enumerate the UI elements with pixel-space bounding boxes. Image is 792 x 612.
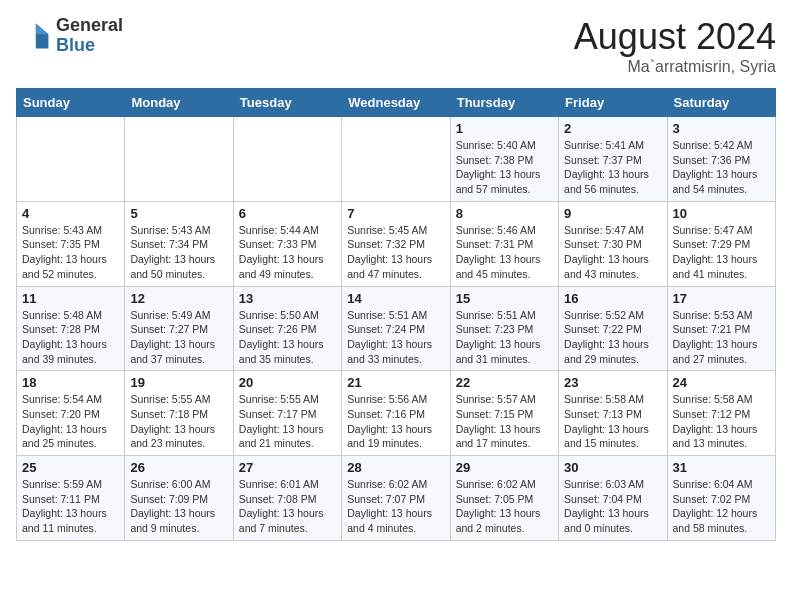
calendar-cell: 28Sunrise: 6:02 AMSunset: 7:07 PMDayligh… bbox=[342, 456, 450, 541]
day-detail: Sunrise: 5:45 AMSunset: 7:32 PMDaylight:… bbox=[347, 223, 444, 282]
calendar-cell bbox=[17, 117, 125, 202]
day-detail: Sunrise: 5:55 AMSunset: 7:18 PMDaylight:… bbox=[130, 392, 227, 451]
calendar-cell bbox=[125, 117, 233, 202]
day-number: 1 bbox=[456, 121, 553, 136]
day-detail: Sunrise: 5:50 AMSunset: 7:26 PMDaylight:… bbox=[239, 308, 336, 367]
day-detail: Sunrise: 5:49 AMSunset: 7:27 PMDaylight:… bbox=[130, 308, 227, 367]
day-number: 19 bbox=[130, 375, 227, 390]
day-number: 25 bbox=[22, 460, 119, 475]
day-number: 28 bbox=[347, 460, 444, 475]
day-number: 4 bbox=[22, 206, 119, 221]
svg-marker-1 bbox=[36, 23, 49, 34]
day-detail: Sunrise: 5:51 AMSunset: 7:24 PMDaylight:… bbox=[347, 308, 444, 367]
calendar-week-5: 25Sunrise: 5:59 AMSunset: 7:11 PMDayligh… bbox=[17, 456, 776, 541]
day-number: 27 bbox=[239, 460, 336, 475]
calendar-cell: 21Sunrise: 5:56 AMSunset: 7:16 PMDayligh… bbox=[342, 371, 450, 456]
day-number: 13 bbox=[239, 291, 336, 306]
day-number: 6 bbox=[239, 206, 336, 221]
day-number: 2 bbox=[564, 121, 661, 136]
day-number: 21 bbox=[347, 375, 444, 390]
day-detail: Sunrise: 6:02 AMSunset: 7:05 PMDaylight:… bbox=[456, 477, 553, 536]
calendar-cell: 3Sunrise: 5:42 AMSunset: 7:36 PMDaylight… bbox=[667, 117, 775, 202]
day-detail: Sunrise: 6:01 AMSunset: 7:08 PMDaylight:… bbox=[239, 477, 336, 536]
logo-blue-text: Blue bbox=[56, 36, 123, 56]
day-detail: Sunrise: 6:00 AMSunset: 7:09 PMDaylight:… bbox=[130, 477, 227, 536]
day-number: 12 bbox=[130, 291, 227, 306]
calendar-cell: 9Sunrise: 5:47 AMSunset: 7:30 PMDaylight… bbox=[559, 201, 667, 286]
weekday-header-monday: Monday bbox=[125, 89, 233, 117]
day-number: 17 bbox=[673, 291, 770, 306]
day-number: 20 bbox=[239, 375, 336, 390]
day-detail: Sunrise: 5:53 AMSunset: 7:21 PMDaylight:… bbox=[673, 308, 770, 367]
calendar-cell: 13Sunrise: 5:50 AMSunset: 7:26 PMDayligh… bbox=[233, 286, 341, 371]
day-number: 15 bbox=[456, 291, 553, 306]
day-number: 5 bbox=[130, 206, 227, 221]
calendar-cell: 29Sunrise: 6:02 AMSunset: 7:05 PMDayligh… bbox=[450, 456, 558, 541]
day-detail: Sunrise: 5:57 AMSunset: 7:15 PMDaylight:… bbox=[456, 392, 553, 451]
logo: General Blue bbox=[16, 16, 123, 56]
day-detail: Sunrise: 5:41 AMSunset: 7:37 PMDaylight:… bbox=[564, 138, 661, 197]
day-number: 9 bbox=[564, 206, 661, 221]
calendar-cell: 10Sunrise: 5:47 AMSunset: 7:29 PMDayligh… bbox=[667, 201, 775, 286]
day-detail: Sunrise: 5:51 AMSunset: 7:23 PMDaylight:… bbox=[456, 308, 553, 367]
calendar-table: SundayMondayTuesdayWednesdayThursdayFrid… bbox=[16, 88, 776, 541]
page-header: General Blue August 2024 Ma`arratmisrin,… bbox=[16, 16, 776, 76]
calendar-cell: 1Sunrise: 5:40 AMSunset: 7:38 PMDaylight… bbox=[450, 117, 558, 202]
day-detail: Sunrise: 5:47 AMSunset: 7:29 PMDaylight:… bbox=[673, 223, 770, 282]
calendar-cell: 23Sunrise: 5:58 AMSunset: 7:13 PMDayligh… bbox=[559, 371, 667, 456]
logo-general-text: General bbox=[56, 16, 123, 36]
calendar-week-4: 18Sunrise: 5:54 AMSunset: 7:20 PMDayligh… bbox=[17, 371, 776, 456]
calendar-cell: 2Sunrise: 5:41 AMSunset: 7:37 PMDaylight… bbox=[559, 117, 667, 202]
day-number: 3 bbox=[673, 121, 770, 136]
calendar-cell: 22Sunrise: 5:57 AMSunset: 7:15 PMDayligh… bbox=[450, 371, 558, 456]
calendar-cell: 14Sunrise: 5:51 AMSunset: 7:24 PMDayligh… bbox=[342, 286, 450, 371]
calendar-cell: 16Sunrise: 5:52 AMSunset: 7:22 PMDayligh… bbox=[559, 286, 667, 371]
calendar-location: Ma`arratmisrin, Syria bbox=[574, 58, 776, 76]
calendar-week-1: 1Sunrise: 5:40 AMSunset: 7:38 PMDaylight… bbox=[17, 117, 776, 202]
day-detail: Sunrise: 5:44 AMSunset: 7:33 PMDaylight:… bbox=[239, 223, 336, 282]
weekday-header-tuesday: Tuesday bbox=[233, 89, 341, 117]
day-number: 31 bbox=[673, 460, 770, 475]
day-detail: Sunrise: 5:46 AMSunset: 7:31 PMDaylight:… bbox=[456, 223, 553, 282]
day-detail: Sunrise: 5:54 AMSunset: 7:20 PMDaylight:… bbox=[22, 392, 119, 451]
calendar-cell: 8Sunrise: 5:46 AMSunset: 7:31 PMDaylight… bbox=[450, 201, 558, 286]
day-detail: Sunrise: 6:04 AMSunset: 7:02 PMDaylight:… bbox=[673, 477, 770, 536]
day-detail: Sunrise: 5:40 AMSunset: 7:38 PMDaylight:… bbox=[456, 138, 553, 197]
calendar-cell: 25Sunrise: 5:59 AMSunset: 7:11 PMDayligh… bbox=[17, 456, 125, 541]
calendar-week-2: 4Sunrise: 5:43 AMSunset: 7:35 PMDaylight… bbox=[17, 201, 776, 286]
day-detail: Sunrise: 5:52 AMSunset: 7:22 PMDaylight:… bbox=[564, 308, 661, 367]
calendar-cell: 18Sunrise: 5:54 AMSunset: 7:20 PMDayligh… bbox=[17, 371, 125, 456]
day-number: 30 bbox=[564, 460, 661, 475]
calendar-cell: 7Sunrise: 5:45 AMSunset: 7:32 PMDaylight… bbox=[342, 201, 450, 286]
weekday-header-sunday: Sunday bbox=[17, 89, 125, 117]
logo-icon bbox=[16, 18, 52, 54]
calendar-cell: 26Sunrise: 6:00 AMSunset: 7:09 PMDayligh… bbox=[125, 456, 233, 541]
calendar-cell bbox=[233, 117, 341, 202]
day-number: 14 bbox=[347, 291, 444, 306]
calendar-cell: 27Sunrise: 6:01 AMSunset: 7:08 PMDayligh… bbox=[233, 456, 341, 541]
day-number: 29 bbox=[456, 460, 553, 475]
calendar-cell: 6Sunrise: 5:44 AMSunset: 7:33 PMDaylight… bbox=[233, 201, 341, 286]
day-detail: Sunrise: 5:56 AMSunset: 7:16 PMDaylight:… bbox=[347, 392, 444, 451]
day-detail: Sunrise: 6:02 AMSunset: 7:07 PMDaylight:… bbox=[347, 477, 444, 536]
calendar-cell: 15Sunrise: 5:51 AMSunset: 7:23 PMDayligh… bbox=[450, 286, 558, 371]
day-detail: Sunrise: 5:43 AMSunset: 7:34 PMDaylight:… bbox=[130, 223, 227, 282]
day-number: 22 bbox=[456, 375, 553, 390]
calendar-cell: 19Sunrise: 5:55 AMSunset: 7:18 PMDayligh… bbox=[125, 371, 233, 456]
weekday-header-row: SundayMondayTuesdayWednesdayThursdayFrid… bbox=[17, 89, 776, 117]
day-number: 26 bbox=[130, 460, 227, 475]
day-number: 16 bbox=[564, 291, 661, 306]
calendar-cell: 20Sunrise: 5:55 AMSunset: 7:17 PMDayligh… bbox=[233, 371, 341, 456]
calendar-cell: 24Sunrise: 5:58 AMSunset: 7:12 PMDayligh… bbox=[667, 371, 775, 456]
day-number: 7 bbox=[347, 206, 444, 221]
day-number: 8 bbox=[456, 206, 553, 221]
calendar-cell: 5Sunrise: 5:43 AMSunset: 7:34 PMDaylight… bbox=[125, 201, 233, 286]
calendar-cell: 11Sunrise: 5:48 AMSunset: 7:28 PMDayligh… bbox=[17, 286, 125, 371]
calendar-week-3: 11Sunrise: 5:48 AMSunset: 7:28 PMDayligh… bbox=[17, 286, 776, 371]
day-number: 24 bbox=[673, 375, 770, 390]
calendar-cell: 31Sunrise: 6:04 AMSunset: 7:02 PMDayligh… bbox=[667, 456, 775, 541]
day-detail: Sunrise: 5:47 AMSunset: 7:30 PMDaylight:… bbox=[564, 223, 661, 282]
weekday-header-saturday: Saturday bbox=[667, 89, 775, 117]
calendar-title: August 2024 bbox=[574, 16, 776, 58]
calendar-cell: 30Sunrise: 6:03 AMSunset: 7:04 PMDayligh… bbox=[559, 456, 667, 541]
